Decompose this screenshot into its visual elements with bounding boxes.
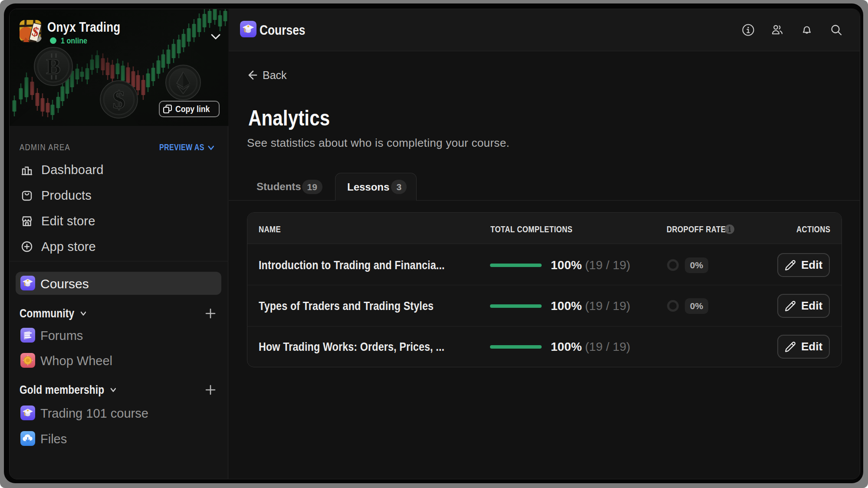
svg-text:$: $ (113, 86, 125, 114)
svg-text:B: B (46, 54, 60, 79)
